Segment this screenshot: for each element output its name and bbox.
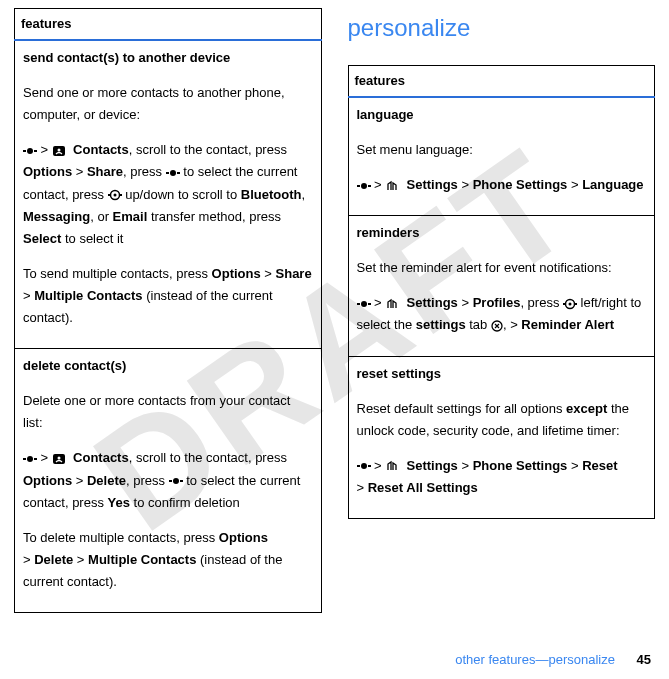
row-path: > Settings > Phone Settings > Language [357,174,647,196]
label-language: Language [582,177,643,192]
svg-rect-17 [169,480,172,482]
t: Reset default settings for all options [357,401,567,416]
label-messaging: Messaging [23,209,90,224]
label-options: Options [23,473,72,488]
label-reset: Reset [582,458,617,473]
footer-text: other features—personalize [455,652,615,667]
t: To send multiple contacts, press [23,266,212,281]
t: , or [90,209,112,224]
svg-rect-20 [357,185,360,187]
right-column: personalize features language Set menu l… [348,8,656,613]
page-body: features send contact(s) to another devi… [0,0,669,613]
t: up/down to scroll to [122,187,241,202]
t: , press [126,473,169,488]
svg-rect-24 [368,303,371,305]
row-send-contacts: send contact(s) to another device Send o… [15,40,322,349]
contacts-icon [52,453,66,465]
svg-point-22 [361,183,367,189]
center-key-icon [169,476,183,486]
label-settings: Settings [407,177,458,192]
svg-point-4 [57,148,60,151]
nav-key-icon [108,189,122,201]
svg-rect-0 [23,150,26,152]
svg-rect-21 [368,185,371,187]
row-title: language [357,104,647,126]
row-path: > Settings > Phone Settings > Reset > Re… [357,455,647,499]
row-path: > Settings > Profiles, press left/right … [357,292,647,336]
left-column: features send contact(s) to another devi… [14,8,322,613]
row-multi: To send multiple contacts, press Options… [23,263,313,329]
label-except: except [566,401,607,416]
nav-key-icon [563,298,577,310]
row-multi: To delete multiple contacts, press Optio… [23,527,313,593]
t: to confirm deletion [130,495,240,510]
center-key-icon [23,146,37,156]
label-multiple-contacts: Multiple Contacts [88,552,196,567]
t: , press [123,164,166,179]
label-settings-word: settings [416,317,466,332]
label-share: Share [87,164,123,179]
row-reminders: reminders Set the reminder alert for eve… [348,216,655,356]
label-contacts: Contacts [73,142,129,157]
label-yes: Yes [108,495,130,510]
svg-rect-13 [34,458,37,460]
row-intro: Reset default settings for all options e… [357,398,647,442]
t: To delete multiple contacts, press [23,530,219,545]
label-reset-all: Reset All Settings [368,480,478,495]
label-delete: Delete [34,552,73,567]
t: transfer method, press [147,209,281,224]
label-multiple-contacts: Multiple Contacts [34,288,142,303]
svg-point-19 [173,478,179,484]
svg-point-14 [27,456,33,462]
settings-icon [385,460,399,472]
t: , scroll to the contact, press [129,142,287,157]
row-title: send contact(s) to another device [23,47,313,69]
row-title: reset settings [357,363,647,385]
page-number: 45 [637,652,651,667]
t: tab [466,317,491,332]
row-intro: Send one or more contacts to another pho… [23,82,313,126]
row-title: reminders [357,222,647,244]
t: , scroll to the contact, press [129,450,287,465]
label-phone-settings: Phone Settings [473,458,568,473]
row-language: language Set menu language: > Settings >… [348,97,655,216]
section-heading-personalize: personalize [348,8,656,49]
page-footer: other features—personalize 45 [455,649,651,671]
right-features-table: features language Set menu language: > S… [348,65,656,519]
t: , press [520,295,563,310]
svg-point-16 [57,456,60,459]
center-key-icon [357,461,371,471]
label-delete: Delete [87,473,126,488]
label-settings: Settings [407,295,458,310]
svg-rect-5 [166,172,169,174]
row-delete-contacts: delete contact(s) Delete one or more con… [15,349,322,613]
left-table-header: features [15,9,322,41]
label-options: Options [23,164,72,179]
svg-point-33 [361,463,367,469]
svg-point-7 [170,170,176,176]
row-reset-settings: reset settings Reset default settings fo… [348,356,655,518]
right-table-header: features [348,65,655,97]
center-key-icon [357,299,371,309]
center-key-icon [357,181,371,191]
center-key-icon [166,168,180,178]
svg-rect-23 [357,303,360,305]
svg-point-2 [27,148,33,154]
label-bluetooth: Bluetooth [241,187,302,202]
svg-rect-32 [368,465,371,467]
row-intro: Set the reminder alert for event notific… [357,257,647,279]
svg-rect-12 [23,458,26,460]
label-select: Select [23,231,61,246]
svg-point-29 [569,302,572,305]
row-path: > Contacts, scroll to the contact, press… [23,139,313,249]
contacts-icon [52,145,66,157]
label-profiles: Profiles [473,295,521,310]
row-intro: Delete one or more contacts from your co… [23,390,313,434]
settings-icon [385,298,399,310]
settings-icon [385,180,399,192]
label-settings: Settings [407,458,458,473]
center-key-icon [23,454,37,464]
label-phone-settings: Phone Settings [473,177,568,192]
label-options: Options [219,530,268,545]
svg-point-11 [113,194,116,197]
